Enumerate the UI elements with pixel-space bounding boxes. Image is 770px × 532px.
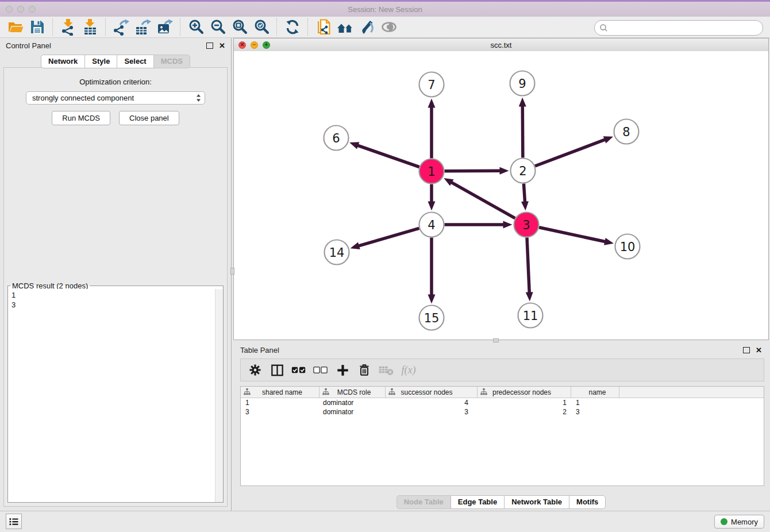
graph-node-2[interactable]: 2 bbox=[511, 159, 536, 183]
graph-node-10[interactable]: 10 bbox=[615, 234, 640, 259]
graph-edge-3-11[interactable] bbox=[526, 237, 533, 301]
search-input[interactable] bbox=[610, 22, 763, 34]
column-header-shared-name[interactable]: shared name bbox=[241, 387, 319, 398]
task-history-button[interactable] bbox=[6, 514, 22, 529]
graph-edge-4-3[interactable] bbox=[445, 221, 513, 229]
cell-successor-nodes[interactable]: 3 bbox=[386, 408, 478, 416]
result-scrollbar[interactable] bbox=[215, 289, 223, 502]
zoom-fit-button[interactable] bbox=[229, 17, 251, 37]
tab-mcds[interactable]: MCDS bbox=[153, 55, 190, 68]
split-panel-button[interactable] bbox=[267, 361, 287, 379]
graph-edge-3-1[interactable] bbox=[444, 178, 515, 218]
close-panel-button[interactable]: Close panel bbox=[119, 111, 179, 125]
zoom-selected-button[interactable] bbox=[251, 17, 272, 37]
zoom-out-button[interactable] bbox=[207, 17, 229, 37]
graph-edge-1-4[interactable] bbox=[428, 184, 436, 211]
graph-edge-1-2[interactable] bbox=[444, 167, 509, 175]
deselect-all-button[interactable] bbox=[311, 361, 330, 379]
network-maximize-button[interactable]: + bbox=[263, 41, 270, 49]
tab-node-table[interactable]: Node Table bbox=[396, 495, 451, 509]
mcds-result-list[interactable]: 1 3 bbox=[8, 289, 215, 502]
vertical-splitter-grip[interactable] bbox=[230, 268, 234, 275]
clone-network-icon bbox=[315, 18, 332, 36]
graph-edge-2-9[interactable] bbox=[519, 97, 526, 157]
network-window-titlebar[interactable]: scc.txt ✕ − + bbox=[234, 38, 768, 52]
graph-edge-4-15[interactable] bbox=[428, 238, 436, 304]
graph-node-7[interactable]: 7 bbox=[419, 72, 444, 97]
table-row[interactable]: 1 dominator 4 1 1 bbox=[241, 398, 764, 407]
cell-mcds-role[interactable]: dominator bbox=[319, 408, 386, 416]
select-all-button[interactable] bbox=[289, 361, 309, 379]
tab-motifs[interactable]: Motifs bbox=[569, 495, 606, 509]
open-session-button[interactable] bbox=[5, 17, 26, 37]
import-table-button[interactable] bbox=[79, 17, 101, 37]
graph-edge-4-14[interactable] bbox=[351, 228, 419, 249]
delete-table-button[interactable] bbox=[376, 361, 396, 379]
column-header-predecessor-nodes[interactable]: predecessor nodes bbox=[478, 387, 571, 398]
close-table-panel-button[interactable]: ✕ bbox=[756, 346, 762, 354]
cell-shared-name[interactable]: 1 bbox=[241, 399, 319, 407]
run-mcds-button[interactable]: Run MCDS bbox=[52, 111, 110, 125]
column-header-name[interactable]: name bbox=[571, 387, 619, 398]
clone-network-button[interactable] bbox=[313, 17, 334, 37]
graph-node-9[interactable]: 9 bbox=[510, 71, 535, 96]
search-icon bbox=[599, 24, 608, 32]
refresh-button[interactable] bbox=[282, 17, 303, 37]
plus-icon bbox=[336, 363, 350, 377]
graph-node-4[interactable]: 4 bbox=[419, 213, 444, 237]
graph-node-1[interactable]: 1 bbox=[419, 159, 444, 184]
graph-node-6[interactable]: 6 bbox=[324, 126, 349, 151]
save-session-button[interactable] bbox=[26, 17, 48, 37]
horizontal-splitter-grip[interactable] bbox=[493, 338, 499, 342]
column-header-mcds-role[interactable]: MCDS role bbox=[319, 387, 386, 398]
toggle-graphics-details-button[interactable] bbox=[356, 17, 378, 37]
float-table-panel-button[interactable] bbox=[743, 347, 750, 353]
delete-column-button[interactable] bbox=[355, 361, 374, 379]
table-row[interactable]: 3 dominator 3 2 3 bbox=[241, 407, 764, 417]
cell-predecessor-nodes[interactable]: 1 bbox=[478, 399, 571, 407]
tab-network-table[interactable]: Network Table bbox=[504, 495, 569, 509]
svg-text:8: 8 bbox=[622, 125, 630, 139]
graph-edge-1-6[interactable] bbox=[349, 142, 419, 167]
network-close-button[interactable]: ✕ bbox=[238, 41, 246, 49]
table-settings-button[interactable] bbox=[245, 361, 265, 379]
graph-node-14[interactable]: 14 bbox=[325, 240, 349, 265]
float-panel-button[interactable] bbox=[206, 43, 213, 49]
import-network-button[interactable] bbox=[57, 17, 79, 37]
export-image-button[interactable] bbox=[154, 17, 176, 37]
export-table-button[interactable] bbox=[132, 17, 154, 37]
first-neighbors-button[interactable] bbox=[334, 17, 356, 37]
graph-edge-1-7[interactable] bbox=[428, 99, 436, 159]
cell-name[interactable]: 1 bbox=[571, 399, 619, 407]
graph-edge-2-3[interactable] bbox=[521, 183, 529, 210]
cell-successor-nodes[interactable]: 4 bbox=[386, 399, 478, 407]
export-network-button[interactable] bbox=[110, 17, 132, 37]
graph-node-3[interactable]: 3 bbox=[514, 213, 539, 237]
zoom-in-button[interactable] bbox=[185, 17, 207, 37]
graph-node-8[interactable]: 8 bbox=[614, 119, 639, 144]
tab-select[interactable]: Select bbox=[117, 55, 153, 68]
hide-selected-button[interactable] bbox=[378, 17, 400, 37]
network-graph[interactable]: 7968124314101511 bbox=[234, 51, 768, 340]
criterion-select[interactable]: strongly connected component bbox=[26, 91, 205, 105]
tab-network[interactable]: Network bbox=[41, 55, 85, 68]
function-builder-button[interactable]: f(x) bbox=[398, 361, 418, 379]
search-field[interactable] bbox=[594, 20, 763, 36]
graph-node-15[interactable]: 15 bbox=[419, 306, 444, 330]
close-panel-icon-button[interactable]: ✕ bbox=[219, 42, 225, 49]
cell-name[interactable]: 3 bbox=[571, 408, 619, 416]
memory-button[interactable]: Memory bbox=[714, 515, 764, 529]
column-header-successor-nodes[interactable]: successor nodes bbox=[386, 387, 478, 398]
graph-edge-3-10[interactable] bbox=[539, 228, 614, 245]
control-panel: Control Panel ✕ Network Style Select MCD… bbox=[0, 38, 232, 511]
cell-shared-name[interactable]: 3 bbox=[241, 408, 319, 416]
cell-predecessor-nodes[interactable]: 2 bbox=[478, 408, 571, 416]
tab-edge-table[interactable]: Edge Table bbox=[451, 495, 505, 509]
network-minimize-button[interactable]: − bbox=[251, 41, 258, 49]
graph-edge-2-8[interactable] bbox=[535, 136, 613, 166]
graph-node-11[interactable]: 11 bbox=[518, 303, 543, 328]
cell-mcds-role[interactable]: dominator bbox=[319, 399, 386, 407]
tab-style[interactable]: Style bbox=[84, 55, 117, 68]
add-column-button[interactable] bbox=[333, 361, 352, 379]
network-canvas[interactable]: 7968124314101511 bbox=[234, 51, 768, 340]
